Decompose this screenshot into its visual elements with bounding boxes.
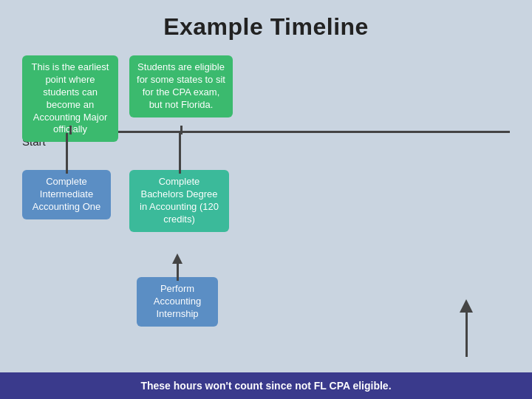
tick-box3 [66,133,68,174]
tick-box4 [179,133,181,174]
box-intermediate-accounting: Complete Intermediate Accounting One [22,170,111,219]
box-bachelors-degree: Complete Bachelors Degree in Accounting … [129,170,229,232]
page-title: Example Timeline [0,0,532,48]
arrow-right [460,299,473,357]
bottom-banner: These hours won't count since not FL CPA… [0,372,532,399]
arrow-box5 [172,253,183,264]
box-students-eligible: Students are eligible for some states to… [129,55,233,117]
tick-box1 [69,126,72,134]
box-internship: Perform Accounting Internship [137,277,218,327]
